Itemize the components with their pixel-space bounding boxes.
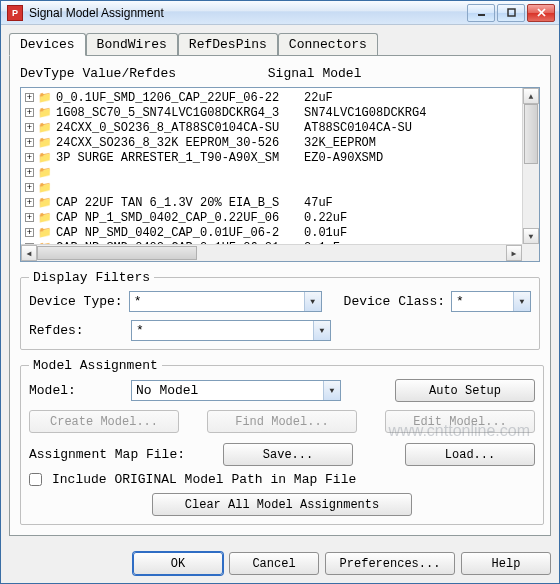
clear-all-button[interactable]: Clear All Model Assignments xyxy=(152,493,412,516)
model-assignment-group: Model Assignment Model: No Model ▼ Auto … xyxy=(20,358,544,525)
expand-icon[interactable]: + xyxy=(25,108,34,117)
header-signal-model: Signal Model xyxy=(268,66,362,81)
device-class-label: Device Class: xyxy=(344,294,445,309)
header-devtype: DevType Value/Refdes xyxy=(20,66,260,81)
device-tree[interactable]: +📁0_0.1UF_SMD_1206_CAP_22UF_06-2222uF+📁1… xyxy=(20,87,540,262)
model-combo[interactable]: No Model ▼ xyxy=(131,380,341,401)
expand-icon[interactable]: + xyxy=(25,153,34,162)
scroll-down-icon[interactable]: ▼ xyxy=(523,228,539,244)
titlebar: P Signal Model Assignment xyxy=(1,1,559,25)
scroll-thumb-h[interactable] xyxy=(37,246,197,260)
folder-icon: 📁 xyxy=(38,106,52,119)
tree-row[interactable]: +📁24CXX_SO236_8_32K EEPROM_30-52632K_EEP… xyxy=(21,135,522,150)
svg-rect-1 xyxy=(508,9,515,16)
tree-dev-label: CAP 22UF TAN 6_1.3V 20% EIA_B_S xyxy=(56,196,304,210)
tree-dev-label: 24CXX_SO236_8_32K EEPROM_30-526 xyxy=(56,136,304,150)
refdes-combo[interactable]: * ▼ xyxy=(131,320,331,341)
app-icon: P xyxy=(7,5,23,21)
include-original-label: Include ORIGINAL Model Path in Map File xyxy=(52,472,356,487)
create-model-button: Create Model... xyxy=(29,410,179,433)
chevron-down-icon: ▼ xyxy=(313,321,330,340)
device-type-value: * xyxy=(134,294,142,309)
expand-icon[interactable]: + xyxy=(25,228,34,237)
tab-refdespins[interactable]: RefDesPins xyxy=(178,33,278,55)
refdes-label: Refdes: xyxy=(29,323,125,338)
tab-page-devices: DevType Value/Refdes Signal Model +📁0_0.… xyxy=(9,55,551,536)
list-header: DevType Value/Refdes Signal Model xyxy=(20,66,540,81)
tree-signal-label: SN74LVC1G08DCKRG4 xyxy=(304,106,426,120)
help-button[interactable]: Help xyxy=(461,552,551,575)
folder-icon: 📁 xyxy=(38,166,52,179)
window-title: Signal Model Assignment xyxy=(29,6,467,20)
folder-icon: 📁 xyxy=(38,211,52,224)
edit-model-button: Edit Model... xyxy=(385,410,535,433)
expand-icon[interactable]: + xyxy=(25,183,34,192)
tab-connectors[interactable]: Connectors xyxy=(278,33,378,55)
tree-row[interactable]: +📁1G08_SC70_5_SN74LVC1G08DCKRG4_3SN74LVC… xyxy=(21,105,522,120)
ok-button[interactable]: OK xyxy=(133,552,223,575)
maximize-button[interactable] xyxy=(497,4,525,22)
tab-devices[interactable]: Devices xyxy=(9,33,86,56)
vertical-scrollbar[interactable]: ▲ ▼ xyxy=(522,88,539,244)
load-button[interactable]: Load... xyxy=(405,443,535,466)
scroll-left-icon[interactable]: ◀ xyxy=(21,245,37,261)
tree-row[interactable]: +📁 xyxy=(21,180,522,195)
include-original-checkbox[interactable] xyxy=(29,473,42,486)
device-type-combo[interactable]: * ▼ xyxy=(129,291,322,312)
expand-icon[interactable]: + xyxy=(25,138,34,147)
tree-dev-label: CAP NP_1_SMD_0402_CAP_0.22UF_06 xyxy=(56,211,304,225)
tree-signal-label: AT88SC0104CA-SU xyxy=(304,121,412,135)
tree-dev-label: 0_0.1UF_SMD_1206_CAP_22UF_06-22 xyxy=(56,91,304,105)
scroll-up-icon[interactable]: ▲ xyxy=(523,88,539,104)
device-class-combo[interactable]: * ▼ xyxy=(451,291,531,312)
map-file-label: Assignment Map File: xyxy=(29,447,185,462)
content-area: Devices BondWires RefDesPins Connectors … xyxy=(1,25,559,544)
auto-setup-button[interactable]: Auto Setup xyxy=(395,379,535,402)
tree-row[interactable]: +📁CAP NP_SMD_0402_CAP_0.01UF_06-20.01uF xyxy=(21,225,522,240)
expand-icon[interactable]: + xyxy=(25,213,34,222)
tree-row[interactable]: +📁 xyxy=(21,165,522,180)
tree-row[interactable]: +📁0_0.1UF_SMD_1206_CAP_22UF_06-2222uF xyxy=(21,90,522,105)
display-filters-group: Display Filters Device Type: * ▼ Device … xyxy=(20,270,540,350)
tree-signal-label: EZ0-A90XSMD xyxy=(304,151,383,165)
expand-icon[interactable]: + xyxy=(25,123,34,132)
tree-dev-label: 3P SURGE ARRESTER_1_T90-A90X_SM xyxy=(56,151,304,165)
save-button[interactable]: Save... xyxy=(223,443,353,466)
tab-bar: Devices BondWires RefDesPins Connectors xyxy=(9,33,551,55)
bottom-button-bar: OK Cancel Preferences... Help xyxy=(1,544,559,583)
folder-icon: 📁 xyxy=(38,226,52,239)
tree-dev-label: 1G08_SC70_5_SN74LVC1G08DCKRG4_3 xyxy=(56,106,304,120)
expand-icon[interactable]: + xyxy=(25,198,34,207)
chevron-down-icon: ▼ xyxy=(304,292,321,311)
scroll-right-icon[interactable]: ▶ xyxy=(506,245,522,261)
tree-signal-label: 0.01uF xyxy=(304,226,347,240)
tab-bondwires[interactable]: BondWires xyxy=(86,33,178,55)
model-label: Model: xyxy=(29,383,125,398)
tree-dev-label: 24CXX_0_SO236_8_AT88SC0104CA-SU xyxy=(56,121,304,135)
folder-icon: 📁 xyxy=(38,91,52,104)
preferences-button[interactable]: Preferences... xyxy=(325,552,455,575)
tree-row[interactable]: +📁CAP NP_1_SMD_0402_CAP_0.22UF_060.22uF xyxy=(21,210,522,225)
chevron-down-icon: ▼ xyxy=(323,381,340,400)
device-class-value: * xyxy=(456,294,464,309)
signal-model-assignment-window: P Signal Model Assignment Devices BondWi… xyxy=(0,0,560,584)
horizontal-scrollbar[interactable]: ◀ ▶ xyxy=(21,244,522,261)
refdes-value: * xyxy=(136,323,144,338)
scroll-thumb-v[interactable] xyxy=(524,104,538,164)
folder-icon: 📁 xyxy=(38,196,52,209)
folder-icon: 📁 xyxy=(38,181,52,194)
minimize-button[interactable] xyxy=(467,4,495,22)
model-value: No Model xyxy=(136,383,198,398)
display-filters-legend: Display Filters xyxy=(29,270,154,285)
expand-icon[interactable]: + xyxy=(25,168,34,177)
chevron-down-icon: ▼ xyxy=(513,292,530,311)
tree-row[interactable]: +📁24CXX_0_SO236_8_AT88SC0104CA-SUAT88SC0… xyxy=(21,120,522,135)
tree-row[interactable]: +📁CAP 22UF TAN 6_1.3V 20% EIA_B_S47uF xyxy=(21,195,522,210)
cancel-button[interactable]: Cancel xyxy=(229,552,319,575)
expand-icon[interactable]: + xyxy=(25,93,34,102)
model-assignment-legend: Model Assignment xyxy=(29,358,162,373)
tree-row[interactable]: +📁3P SURGE ARRESTER_1_T90-A90X_SMEZ0-A90… xyxy=(21,150,522,165)
find-model-button: Find Model... xyxy=(207,410,357,433)
tree-signal-label: 47uF xyxy=(304,196,333,210)
close-button[interactable] xyxy=(527,4,555,22)
